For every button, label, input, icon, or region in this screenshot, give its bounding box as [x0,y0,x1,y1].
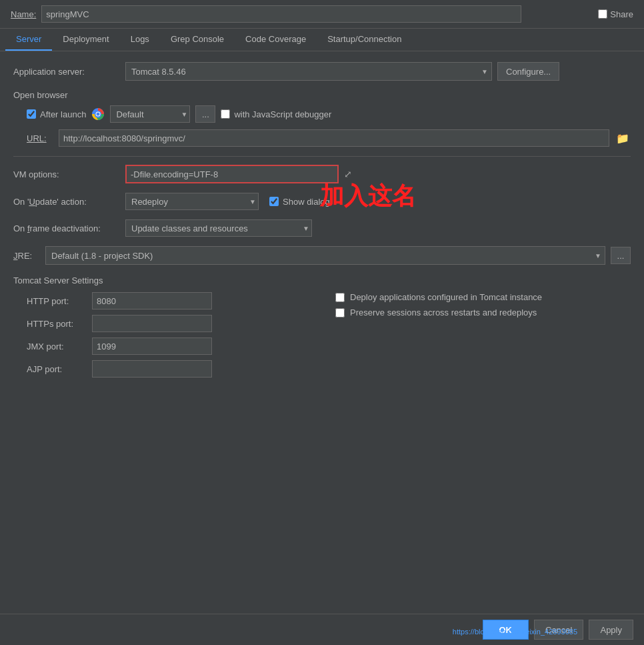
port-grid: HTTP port: HTTPs port: JMX port: AJP por… [13,292,631,378]
http-port-input[interactable] [92,292,212,309]
after-launch-checkbox[interactable] [27,109,36,119]
share-area: Share [598,9,633,19]
on-frame-row: On frame deactivation: Update classes an… [13,219,631,237]
options-column: Deploy applications configured in Tomcat… [335,292,631,378]
browser-ellipsis-button[interactable]: ... [195,105,215,123]
show-dialog-checkbox[interactable] [269,197,279,206]
apply-button[interactable]: Apply [589,620,633,640]
share-label: Share [610,9,633,19]
show-dialog-area: Show dialog [269,197,330,207]
open-browser-label: Open browser [13,90,631,100]
on-update-label: On 'Update' action: [13,197,120,207]
app-server-select-wrapper: Tomcat 8.5.46 ▼ [125,62,492,81]
tab-server[interactable]: Server [5,29,52,51]
jre-ellipsis-button[interactable]: ... [611,247,631,264]
tab-logs[interactable]: Logs [120,29,160,51]
url-input[interactable] [59,129,609,147]
app-server-select[interactable]: Tomcat 8.5.46 [125,62,492,81]
ajp-port-label: AJP port: [27,364,87,374]
tab-startup-connection[interactable]: Startup/Connection [317,29,412,51]
http-port-label: HTTP port: [27,296,87,306]
on-update-select-wrapper: Redeploy Update classes and resources Re… [125,193,259,210]
js-debugger-label: with JavaScript debugger [234,109,331,119]
https-port-input[interactable] [92,315,212,332]
configure-button[interactable]: Configure... [497,62,559,81]
ajp-port-row: AJP port: [27,360,322,378]
vm-options-row: VM options: ⤢ [13,165,631,183]
update-underline: U [29,197,35,207]
on-frame-label: On frame deactivation: [13,223,120,233]
deploy-apps-option: Deploy applications configured in Tomcat… [335,292,631,302]
deploy-apps-label: Deploy applications configured in Tomcat… [350,292,542,302]
app-server-label: Application server: [13,67,120,77]
show-dialog-label: Show dialog [283,197,330,207]
browser-select-wrapper: Default ▼ [110,105,190,123]
https-port-row: HTTPs port: [27,315,322,332]
https-port-label: HTTPs port: [27,319,87,329]
browser-select[interactable]: Default [110,105,190,123]
url-label-text: URL: [27,133,47,143]
run-configuration-dialog: Name: Share Server Deployment Logs Grep … [0,0,644,645]
tab-code-coverage[interactable]: Code Coverage [235,29,317,51]
jmx-port-row: JMX port: [27,338,322,355]
on-frame-select-wrapper: Update classes and resources Do nothing … [125,219,312,237]
tab-deployment[interactable]: Deployment [52,29,119,51]
jmx-port-input[interactable] [92,338,212,355]
vm-options-label: VM options: [13,169,120,179]
name-input[interactable] [41,5,521,23]
browser-row: After launch Default ▼ ... [13,105,631,123]
url-row: URL: 📁 [13,129,631,147]
app-server-row: Application server: Tomcat 8.5.46 ▼ Conf… [13,62,631,81]
tab-grep-console[interactable]: Grep Console [160,29,235,51]
jre-row: JRE: Default (1.8 - project SDK) ▼ ... [13,246,631,265]
after-launch-checkbox-item: After launch [27,109,86,119]
url-label: URL: [27,133,53,143]
name-field-label: Name: [11,9,36,19]
ports-column: HTTP port: HTTPs port: JMX port: AJP por… [27,292,322,378]
http-port-row: HTTP port: [27,292,322,309]
share-checkbox[interactable] [598,9,607,19]
ajp-port-input[interactable] [92,360,212,378]
tomcat-settings-label: Tomcat Server Settings [13,275,631,285]
tab-bar: Server Deployment Logs Grep Console Code… [0,29,644,51]
name-bar: Name: Share [0,0,644,29]
js-debugger-checkbox[interactable] [221,109,230,119]
csdn-url-link[interactable]: https://blog.csdn.net/weixin_42893085 [453,628,577,636]
expand-icon-button[interactable]: ⤢ [344,169,352,179]
after-launch-label: After launch [40,109,86,119]
jre-select-wrapper: Default (1.8 - project SDK) ▼ [45,246,605,265]
js-debugger-checkbox-item: with JavaScript debugger [221,109,331,119]
on-frame-select[interactable]: Update classes and resources Do nothing … [125,219,312,237]
jmx-port-label: JMX port: [27,342,87,352]
bottom-bar: https://blog.csdn.net/weixin_42893085 OK… [0,614,644,645]
divider [13,156,631,157]
svg-point-2 [97,113,100,116]
on-update-row: On 'Update' action: Redeploy Update clas… [13,193,631,210]
jre-select[interactable]: Default (1.8 - project SDK) [45,246,605,265]
preserve-sessions-checkbox[interactable] [335,308,345,317]
preserve-sessions-label: Preserve sessions across restarts and re… [350,307,537,317]
folder-icon-button[interactable]: 📁 [615,131,631,146]
deploy-apps-checkbox[interactable] [335,293,345,302]
chrome-icon [91,107,105,121]
jre-label: JRE: [13,251,40,261]
vm-options-input[interactable] [125,165,339,183]
on-update-select[interactable]: Redeploy Update classes and resources Re… [125,193,259,210]
server-tab-content: Application server: Tomcat 8.5.46 ▼ Conf… [0,51,644,614]
preserve-sessions-option: Preserve sessions across restarts and re… [335,307,631,317]
